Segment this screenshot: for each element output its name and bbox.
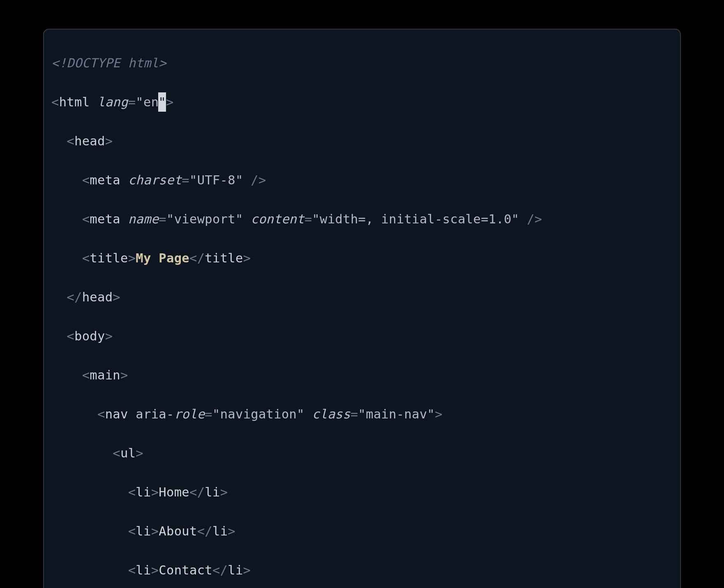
doctype-decl: <!DOCTYPE html> (51, 56, 166, 70)
code-line: <body> (51, 326, 673, 346)
code-line: <main> (51, 365, 673, 385)
code-line: <!DOCTYPE html> (51, 53, 673, 73)
code-line: <nav aria-role="navigation" class="main-… (51, 404, 673, 424)
code-line: <html lang="en"> (51, 92, 673, 112)
code-line: <li>About</li> (51, 521, 673, 541)
code-line: <head> (51, 131, 673, 151)
code-line: <li>Contact</li> (51, 560, 673, 580)
code-line: <ul> (51, 443, 673, 463)
code-line: <meta charset="UTF-8" /> (51, 170, 673, 190)
text-cursor: " (158, 92, 166, 112)
code-line: <title>My Page</title> (51, 248, 673, 268)
editor-buffer[interactable]: <!DOCTYPE html> <html lang="en"> <head> … (44, 30, 680, 588)
code-line: <li>Home</li> (51, 482, 673, 502)
code-line: </head> (51, 287, 673, 307)
code-line: <meta name="viewport" content="width=, i… (51, 209, 673, 229)
title-text: My Page (136, 251, 189, 265)
terminal-window: <!DOCTYPE html> <html lang="en"> <head> … (43, 29, 681, 588)
